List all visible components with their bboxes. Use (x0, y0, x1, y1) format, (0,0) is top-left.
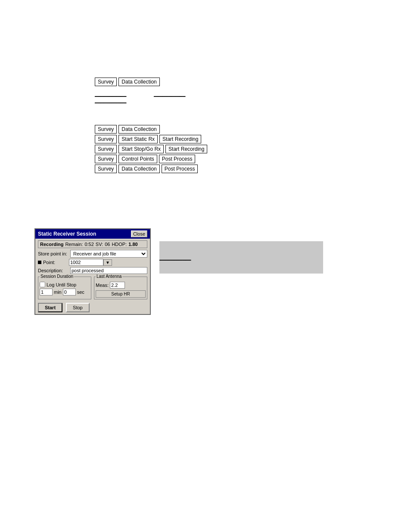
bottom-underline-link[interactable]: ___________ (159, 255, 191, 261)
grid-row-2: Survey Start Static Rx Start Recording (95, 135, 411, 143)
grid-row4-survey-btn[interactable]: Survey (95, 155, 117, 163)
sv-value: 06 (105, 242, 110, 247)
top-survey-button[interactable]: Survey (95, 78, 117, 86)
store-point-in-label: Store point in: (38, 251, 70, 256)
recording-label: Recording (40, 242, 63, 247)
min-input[interactable] (40, 289, 53, 296)
grid-row3-survey-btn[interactable]: Survey (95, 145, 117, 153)
point-row: Point: ▼ (38, 259, 147, 266)
session-duration-box: Session Duration Log Until Stop min sec (38, 277, 91, 299)
setup-hr-button[interactable]: Setup HR (96, 290, 146, 298)
point-dropdown-button[interactable]: ▼ (103, 259, 112, 266)
last-antenna-title: Last Antenna (96, 274, 122, 279)
underline-link-3[interactable]: ___________ (95, 97, 126, 103)
description-label: Description: (38, 268, 70, 273)
grid-row2-start-static-btn[interactable]: Start Static Rx (118, 135, 158, 143)
top-data-collection-button[interactable]: Data Collection (118, 78, 159, 86)
session-duration-title: Session Duration (40, 274, 74, 279)
log-until-stop-checkbox[interactable] (40, 282, 45, 287)
sv-label: SV: (96, 242, 103, 247)
description-input[interactable] (70, 267, 147, 274)
log-until-stop-row: Log Until Stop (40, 282, 90, 287)
dialog-footer: Start Stop (35, 301, 150, 314)
grid-row5-post-process-btn[interactable]: Post Process (162, 165, 198, 173)
min-label: min (54, 289, 62, 295)
description-row: Description: (38, 267, 147, 274)
grid-row1-data-collection-btn[interactable]: Data Collection (118, 125, 159, 134)
grid-row-1: Survey Data Collection (95, 125, 411, 134)
grid-row-3: Survey Start Stop/Go Rx Start Recording (95, 145, 411, 153)
point-label: Point: (43, 260, 69, 265)
underline-link-2[interactable]: ___________ (154, 91, 185, 97)
remain-label: Remain: (65, 242, 83, 247)
stop-button[interactable]: Stop (66, 303, 90, 312)
recording-status-bar: Recording Remain: 0:52 SV: 06 HDOP: 1.80 (38, 240, 147, 248)
meas-label: Meas: (96, 283, 109, 288)
store-point-in-row: Store point in: Receiver and job file (38, 250, 147, 258)
last-antenna-box: Last Antenna Meas: Setup HR (94, 277, 147, 299)
meas-input[interactable] (110, 282, 125, 289)
grid-row2-survey-btn[interactable]: Survey (95, 135, 117, 143)
hdop-value: 1.80 (128, 242, 137, 247)
start-button[interactable]: Start (38, 303, 62, 312)
grid-row1-survey-btn[interactable]: Survey (95, 125, 117, 134)
min-sec-row: min sec (40, 289, 90, 296)
sec-label: sec (77, 289, 84, 295)
session-duration-last-antenna-row: Session Duration Log Until Stop min sec … (38, 277, 147, 299)
dialog-titlebar: Static Receiver Session Close (35, 229, 150, 239)
underline-link-1[interactable]: ___________ (95, 91, 126, 97)
remain-value: 0:52 (84, 242, 93, 247)
grid-row3-start-stop-go-btn[interactable]: Start Stop/Go Rx (118, 145, 164, 153)
static-receiver-session-dialog: Static Receiver Session Close Recording … (34, 228, 151, 315)
grid-row4-control-points-btn[interactable]: Control Points (118, 155, 157, 163)
grid-row5-data-collection-btn[interactable]: Data Collection (118, 165, 159, 173)
grid-row2-start-recording-btn[interactable]: Start Recording (159, 135, 201, 143)
sec-input[interactable] (63, 289, 76, 296)
dialog-close-button[interactable]: Close (131, 230, 147, 237)
grid-row-4: Survey Control Points Post Process (95, 155, 411, 163)
button-grid: Survey Data Collection Survey Start Stat… (95, 125, 411, 173)
grid-row3-start-recording-btn[interactable]: Start Recording (165, 145, 207, 153)
hdop-label: HDOP: (112, 242, 127, 247)
point-input[interactable] (69, 259, 103, 266)
log-until-stop-label: Log Until Stop (47, 282, 76, 287)
meas-row: Meas: (96, 282, 146, 289)
grid-row4-post-process-btn[interactable]: Post Process (159, 155, 196, 163)
point-indicator (38, 261, 41, 264)
store-point-in-select[interactable]: Receiver and job file (70, 250, 147, 258)
grid-row5-survey-btn[interactable]: Survey (95, 165, 117, 173)
grid-row-5: Survey Data Collection Post Process (95, 165, 411, 173)
dialog-title: Static Receiver Session (38, 231, 96, 237)
